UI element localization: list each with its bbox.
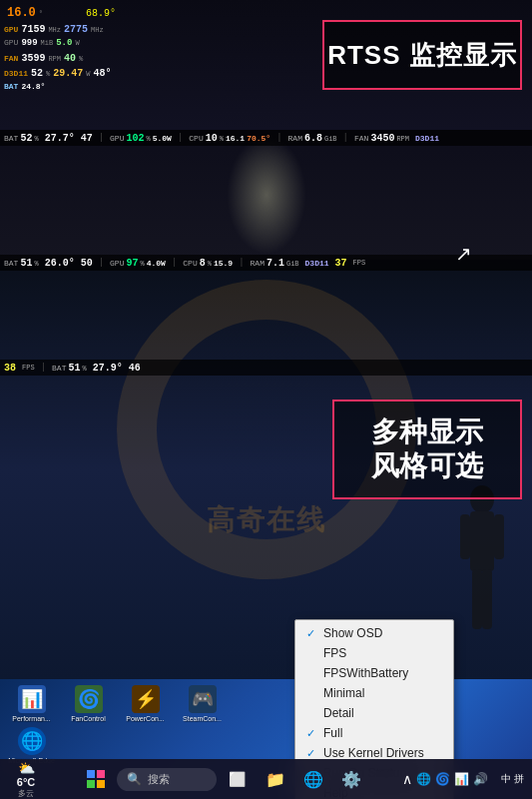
file-explorer-icon: 📁	[266, 770, 285, 789]
weather-icon: ⛅	[18, 760, 35, 776]
tray-icons: ∧ 🌐 🌀 📊 🔊	[402, 771, 488, 787]
hud2-cpu: CPU 8 % 15.9	[183, 258, 233, 269]
multi-style-line2: 风格可选	[371, 449, 483, 483]
hud2-ram: RAM 7.1 GiB	[251, 258, 299, 269]
svg-rect-12	[87, 770, 95, 778]
hud-bat: BAT 52 %	[4, 133, 39, 144]
svg-rect-14	[87, 780, 95, 788]
hud-bar-1: BAT 52 % 27.7° 47 | GPU 102 % 5.0W | CPU…	[0, 130, 532, 146]
desktop-icons: 📊 Performan... 🌀 FanControl ⚡ PowerCon..…	[0, 679, 220, 761]
hud-bar-2: BAT 51 % 26.0° 50 | GPU 97 % 4.0W | CPU …	[0, 255, 532, 271]
taskbar-ime[interactable]: 中 拼	[494, 772, 524, 786]
gpu-lbl: GPU	[4, 24, 18, 36]
hud-ram: RAM 6.8 GiB	[288, 133, 337, 144]
settings-button[interactable]: ⚙️	[334, 762, 368, 796]
hud-fan: FAN 3450 RPM	[354, 133, 409, 144]
task-view-button[interactable]: ⬜	[221, 762, 255, 796]
edge-taskbar-button[interactable]: 🌐	[296, 762, 330, 796]
scene-figure	[452, 479, 512, 679]
task-view-icon: ⬜	[229, 771, 246, 787]
tray-chart-icon[interactable]: 📊	[454, 772, 469, 786]
svg-rect-4	[472, 569, 482, 629]
cursor: ↗	[455, 242, 472, 266]
hud-gpu: GPU 102 % 5.0W	[110, 133, 172, 144]
gpu-val1: 7159	[21, 22, 45, 37]
svg-rect-15	[97, 780, 105, 788]
svg-rect-2	[460, 514, 470, 559]
context-label-detail: Detail	[323, 706, 354, 720]
context-item-full[interactable]: Full	[295, 723, 453, 743]
taskbar: ⛅ 6°C 多云 🔍 搜索 ⬜ 📁	[0, 759, 532, 799]
context-item-fpswithbattery[interactable]: FPSWithBattery	[295, 663, 453, 683]
context-item-show-osd[interactable]: Show OSD	[295, 623, 453, 643]
weather-desc: 多云	[18, 788, 34, 799]
search-bar[interactable]: 🔍 搜索	[117, 768, 217, 791]
hud2-bat: BAT 51 %	[4, 258, 39, 269]
hud3-bat: BAT 51 %	[52, 363, 87, 374]
context-label-kernel: Use Kernel Drivers	[323, 746, 424, 760]
context-item-minimal[interactable]: Minimal	[295, 683, 453, 703]
edge-icon: 🌐	[303, 770, 323, 789]
light-beam	[227, 135, 306, 255]
multi-style-box: 多种显示 风格可选	[332, 400, 522, 499]
search-placeholder: 搜索	[148, 772, 170, 787]
svg-rect-3	[494, 514, 504, 559]
search-icon: 🔍	[127, 772, 142, 786]
start-button[interactable]	[79, 762, 113, 796]
taskbar-center: 🔍 搜索 ⬜ 📁 🌐 ⚙️	[52, 762, 394, 796]
context-label-fpswithbattery: FPSWithBattery	[323, 666, 408, 680]
context-label-fps: FPS	[323, 646, 346, 660]
svg-rect-5	[482, 569, 492, 629]
ime-text: 中 拼	[501, 772, 524, 786]
temp2-display: 16.0	[7, 4, 36, 22]
context-label-full: Full	[323, 726, 342, 740]
hud-cpu: CPU 10 % 16.1 70.5°	[189, 133, 270, 144]
rtss-highlight-box: RTSS 监控显示	[322, 20, 522, 90]
watermark-text: 高奇在线	[207, 501, 326, 539]
context-label-show-osd: Show OSD	[323, 626, 382, 640]
svg-rect-1	[470, 511, 494, 571]
svg-rect-13	[97, 770, 105, 778]
taskbar-left: ⛅ 6°C 多云	[0, 760, 52, 799]
taskbar-right: ∧ 🌐 🌀 📊 🔊 中 拼	[394, 771, 532, 787]
tray-fan-icon[interactable]: 🌀	[435, 772, 450, 786]
desktop-icon-steamcon[interactable]: 🎮 SteamCon...	[175, 683, 230, 723]
main-content: 高奇在线 16.0 ° 68.9° GPU 7159 MHz 2775 MHz …	[0, 0, 532, 679]
context-label-minimal: Minimal	[323, 686, 364, 700]
multi-style-line1: 多种显示	[371, 415, 483, 449]
hud2-gpu: GPU 97 % 4.0W	[110, 258, 166, 269]
check-show-osd	[303, 626, 317, 640]
context-item-fps[interactable]: FPS	[295, 643, 453, 663]
hud-bar-3: 38 FPS | BAT 51 % 27.9° 46	[0, 360, 532, 376]
settings-icon: ⚙️	[341, 770, 361, 789]
desktop-icon-powercon[interactable]: ⚡ PowerCon...	[118, 683, 173, 723]
windows-logo-icon	[87, 770, 105, 788]
tray-chevron-icon[interactable]: ∧	[402, 771, 412, 787]
check-full	[303, 726, 317, 740]
file-explorer-button[interactable]: 📁	[259, 762, 292, 796]
weather-temp: 6°C	[17, 776, 35, 788]
tray-network-icon[interactable]: 🌐	[416, 772, 431, 786]
tray-speaker-icon[interactable]: 🔊	[473, 772, 488, 786]
rtss-title: RTSS 监控显示	[327, 38, 517, 73]
desktop-icon-performance[interactable]: 📊 Performan...	[4, 683, 59, 723]
desktop-icon-fancontrol[interactable]: 🌀 FanControl	[61, 683, 116, 723]
context-item-detail[interactable]: Detail	[295, 703, 453, 723]
stats-overlay: 16.0 ° 68.9° GPU 7159 MHz 2775 MHz GPU 9…	[4, 4, 116, 93]
weather-widget[interactable]: ⛅ 6°C 多云	[8, 760, 44, 799]
check-kernel	[303, 746, 317, 760]
